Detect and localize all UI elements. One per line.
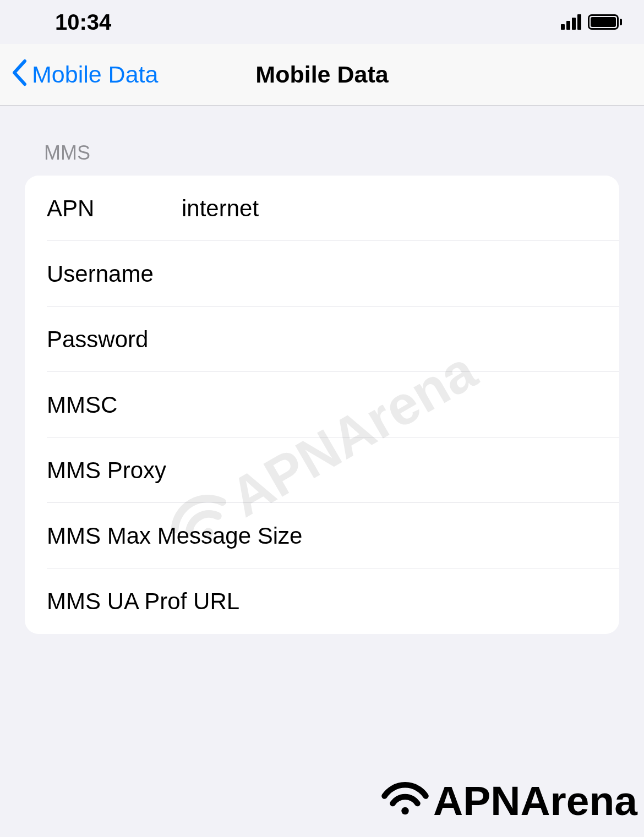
label-password: Password — [47, 326, 182, 353]
label-mms-ua-prof: MMS UA Prof URL — [47, 588, 239, 615]
label-mmsc: MMSC — [47, 392, 182, 418]
wifi-icon — [380, 775, 430, 826]
row-username[interactable]: Username — [25, 241, 619, 307]
row-mmsc[interactable]: MMSC — [25, 372, 619, 437]
label-username: Username — [47, 261, 182, 287]
section-header-mms: MMS — [25, 141, 619, 165]
input-apn[interactable] — [182, 195, 619, 222]
content-area: MMS APN Username Password MMSC MMS Proxy… — [0, 106, 644, 634]
input-mms-proxy[interactable] — [166, 457, 619, 484]
back-button[interactable]: Mobile Data — [0, 59, 158, 91]
label-mms-max-size: MMS Max Message Size — [47, 523, 302, 549]
input-mms-max-size[interactable] — [302, 523, 619, 549]
back-label: Mobile Data — [32, 61, 158, 88]
label-mms-proxy: MMS Proxy — [47, 457, 166, 484]
row-password[interactable]: Password — [25, 307, 619, 372]
chevron-left-icon — [11, 59, 28, 91]
settings-group-mms: APN Username Password MMSC MMS Proxy MMS… — [25, 176, 619, 634]
input-username[interactable] — [182, 261, 619, 287]
row-mms-ua-prof[interactable]: MMS UA Prof URL — [25, 568, 619, 634]
row-apn[interactable]: APN — [25, 176, 619, 241]
cellular-signal-icon — [561, 14, 581, 30]
row-mms-max-size[interactable]: MMS Max Message Size — [25, 503, 619, 568]
watermark-bottom: APNArena — [380, 775, 637, 826]
navigation-bar: Mobile Data Mobile Data — [0, 44, 644, 106]
input-mms-ua-prof[interactable] — [239, 588, 619, 615]
row-mms-proxy[interactable]: MMS Proxy — [25, 437, 619, 503]
label-apn: APN — [47, 195, 182, 222]
svg-point-1 — [401, 807, 409, 815]
input-mmsc[interactable] — [182, 392, 619, 418]
watermark-text: APNArena — [433, 777, 637, 824]
input-password[interactable] — [182, 326, 619, 353]
status-time: 10:34 — [55, 10, 111, 35]
status-bar: 10:34 — [0, 0, 644, 44]
status-indicators — [561, 14, 622, 30]
page-title: Mobile Data — [255, 61, 388, 88]
battery-icon — [588, 14, 622, 30]
